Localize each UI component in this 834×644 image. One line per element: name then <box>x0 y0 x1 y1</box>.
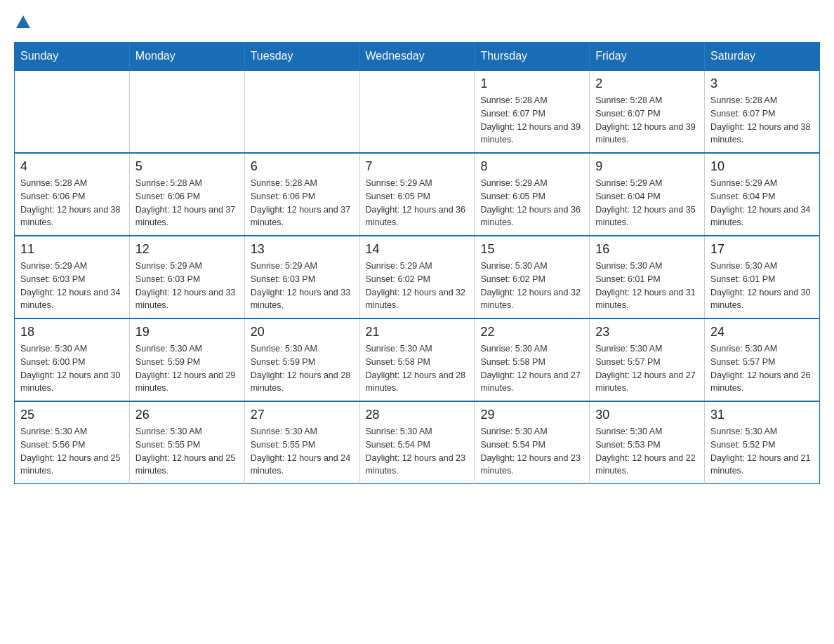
day-number: 11 <box>20 242 124 257</box>
calendar-table: SundayMondayTuesdayWednesdayThursdayFrid… <box>14 42 820 484</box>
day-cell: 28Sunrise: 5:30 AMSunset: 5:54 PMDayligh… <box>359 401 475 484</box>
day-number: 3 <box>710 76 814 91</box>
day-cell: 8Sunrise: 5:29 AMSunset: 6:05 PMDaylight… <box>475 153 590 236</box>
week-row-1: 1Sunrise: 5:28 AMSunset: 6:07 PMDaylight… <box>15 70 820 153</box>
weekday-header-monday: Monday <box>129 43 244 71</box>
day-number: 20 <box>251 325 354 340</box>
weekday-header-row: SundayMondayTuesdayWednesdayThursdayFrid… <box>15 43 820 71</box>
day-number: 22 <box>480 325 583 340</box>
day-info: Sunrise: 5:30 AMSunset: 6:01 PMDaylight:… <box>710 260 814 312</box>
day-info: Sunrise: 5:30 AMSunset: 5:55 PMDaylight:… <box>251 425 354 478</box>
day-number: 10 <box>710 159 814 174</box>
day-cell: 2Sunrise: 5:28 AMSunset: 6:07 PMDaylight… <box>590 70 705 153</box>
day-cell: 27Sunrise: 5:30 AMSunset: 5:55 PMDayligh… <box>244 401 359 484</box>
day-number: 29 <box>480 408 583 422</box>
day-cell: 20Sunrise: 5:30 AMSunset: 5:59 PMDayligh… <box>244 318 359 401</box>
day-info: Sunrise: 5:30 AMSunset: 5:57 PMDaylight:… <box>595 342 699 395</box>
day-cell: 9Sunrise: 5:29 AMSunset: 6:04 PMDaylight… <box>590 153 705 236</box>
day-cell: 29Sunrise: 5:30 AMSunset: 5:54 PMDayligh… <box>475 401 590 484</box>
day-cell <box>244 70 359 153</box>
day-cell <box>129 70 244 153</box>
day-info: Sunrise: 5:28 AMSunset: 6:06 PMDaylight:… <box>251 177 354 229</box>
day-number: 26 <box>135 408 239 422</box>
day-info: Sunrise: 5:29 AMSunset: 6:03 PMDaylight:… <box>20 260 124 312</box>
day-number: 28 <box>366 408 469 422</box>
day-cell: 17Sunrise: 5:30 AMSunset: 6:01 PMDayligh… <box>705 236 820 318</box>
day-number: 18 <box>20 325 124 340</box>
day-cell: 18Sunrise: 5:30 AMSunset: 6:00 PMDayligh… <box>15 318 130 401</box>
day-info: Sunrise: 5:30 AMSunset: 6:02 PMDaylight:… <box>480 260 583 312</box>
weekday-header-sunday: Sunday <box>15 43 130 71</box>
weekday-header-saturday: Saturday <box>705 43 820 71</box>
day-cell: 4Sunrise: 5:28 AMSunset: 6:06 PMDaylight… <box>15 153 130 236</box>
day-number: 16 <box>595 242 699 257</box>
day-info: Sunrise: 5:30 AMSunset: 6:01 PMDaylight:… <box>595 260 699 312</box>
day-cell: 12Sunrise: 5:29 AMSunset: 6:03 PMDayligh… <box>129 236 244 318</box>
day-info: Sunrise: 5:29 AMSunset: 6:04 PMDaylight:… <box>595 177 699 229</box>
day-cell: 13Sunrise: 5:29 AMSunset: 6:03 PMDayligh… <box>244 236 359 318</box>
day-number: 27 <box>251 408 354 422</box>
day-cell: 19Sunrise: 5:30 AMSunset: 5:59 PMDayligh… <box>129 318 244 401</box>
day-number: 12 <box>135 242 239 257</box>
day-info: Sunrise: 5:29 AMSunset: 6:04 PMDaylight:… <box>710 177 814 229</box>
week-row-5: 25Sunrise: 5:30 AMSunset: 5:56 PMDayligh… <box>15 401 820 484</box>
day-cell: 22Sunrise: 5:30 AMSunset: 5:58 PMDayligh… <box>475 318 590 401</box>
day-info: Sunrise: 5:30 AMSunset: 5:59 PMDaylight:… <box>251 342 354 395</box>
day-info: Sunrise: 5:29 AMSunset: 6:03 PMDaylight:… <box>251 260 354 312</box>
day-cell: 14Sunrise: 5:29 AMSunset: 6:02 PMDayligh… <box>359 236 475 318</box>
day-cell: 11Sunrise: 5:29 AMSunset: 6:03 PMDayligh… <box>15 236 130 318</box>
day-info: Sunrise: 5:28 AMSunset: 6:07 PMDaylight:… <box>480 94 583 147</box>
day-number: 9 <box>595 159 699 174</box>
logo-triangle-icon <box>16 15 30 28</box>
day-cell: 16Sunrise: 5:30 AMSunset: 6:01 PMDayligh… <box>590 236 705 318</box>
day-number: 1 <box>480 76 583 91</box>
day-info: Sunrise: 5:30 AMSunset: 5:58 PMDaylight:… <box>366 342 469 395</box>
day-cell: 30Sunrise: 5:30 AMSunset: 5:53 PMDayligh… <box>590 401 705 484</box>
day-info: Sunrise: 5:30 AMSunset: 5:59 PMDaylight:… <box>135 342 239 395</box>
day-cell: 24Sunrise: 5:30 AMSunset: 5:57 PMDayligh… <box>705 318 820 401</box>
day-info: Sunrise: 5:28 AMSunset: 6:06 PMDaylight:… <box>20 177 124 229</box>
day-number: 5 <box>135 159 239 174</box>
day-number: 19 <box>135 325 239 340</box>
day-number: 21 <box>366 325 469 340</box>
day-number: 2 <box>595 76 699 91</box>
day-cell: 25Sunrise: 5:30 AMSunset: 5:56 PMDayligh… <box>15 401 130 484</box>
day-number: 8 <box>480 159 583 174</box>
day-cell: 1Sunrise: 5:28 AMSunset: 6:07 PMDaylight… <box>475 70 590 153</box>
day-info: Sunrise: 5:30 AMSunset: 5:58 PMDaylight:… <box>480 342 583 395</box>
day-info: Sunrise: 5:30 AMSunset: 5:54 PMDaylight:… <box>366 425 469 478</box>
day-info: Sunrise: 5:30 AMSunset: 5:52 PMDaylight:… <box>710 425 814 478</box>
weekday-header-friday: Friday <box>590 43 705 71</box>
day-number: 24 <box>710 325 814 340</box>
logo <box>14 14 30 28</box>
day-cell: 6Sunrise: 5:28 AMSunset: 6:06 PMDaylight… <box>244 153 359 236</box>
day-number: 25 <box>20 408 124 422</box>
day-info: Sunrise: 5:29 AMSunset: 6:02 PMDaylight:… <box>366 260 469 312</box>
day-info: Sunrise: 5:30 AMSunset: 5:53 PMDaylight:… <box>595 425 699 478</box>
day-info: Sunrise: 5:30 AMSunset: 5:56 PMDaylight:… <box>20 425 124 478</box>
day-info: Sunrise: 5:28 AMSunset: 6:07 PMDaylight:… <box>710 94 814 147</box>
day-number: 17 <box>710 242 814 257</box>
day-info: Sunrise: 5:30 AMSunset: 5:54 PMDaylight:… <box>480 425 583 478</box>
day-info: Sunrise: 5:29 AMSunset: 6:05 PMDaylight:… <box>480 177 583 229</box>
weekday-header-wednesday: Wednesday <box>359 43 475 71</box>
day-number: 13 <box>251 242 354 257</box>
day-cell: 7Sunrise: 5:29 AMSunset: 6:05 PMDaylight… <box>359 153 475 236</box>
day-cell: 26Sunrise: 5:30 AMSunset: 5:55 PMDayligh… <box>129 401 244 484</box>
day-number: 15 <box>480 242 583 257</box>
day-cell <box>15 70 130 153</box>
day-number: 4 <box>20 159 124 174</box>
day-cell: 10Sunrise: 5:29 AMSunset: 6:04 PMDayligh… <box>705 153 820 236</box>
day-info: Sunrise: 5:30 AMSunset: 6:00 PMDaylight:… <box>20 342 124 395</box>
day-cell: 23Sunrise: 5:30 AMSunset: 5:57 PMDayligh… <box>590 318 705 401</box>
day-info: Sunrise: 5:28 AMSunset: 6:07 PMDaylight:… <box>595 94 699 147</box>
weekday-header-thursday: Thursday <box>475 43 590 71</box>
day-info: Sunrise: 5:29 AMSunset: 6:05 PMDaylight:… <box>366 177 469 229</box>
weekday-header-tuesday: Tuesday <box>244 43 359 71</box>
day-number: 7 <box>366 159 469 174</box>
day-info: Sunrise: 5:28 AMSunset: 6:06 PMDaylight:… <box>135 177 239 229</box>
day-info: Sunrise: 5:30 AMSunset: 5:57 PMDaylight:… <box>710 342 814 395</box>
week-row-2: 4Sunrise: 5:28 AMSunset: 6:06 PMDaylight… <box>15 153 820 236</box>
day-number: 23 <box>595 325 699 340</box>
week-row-4: 18Sunrise: 5:30 AMSunset: 6:00 PMDayligh… <box>15 318 820 401</box>
